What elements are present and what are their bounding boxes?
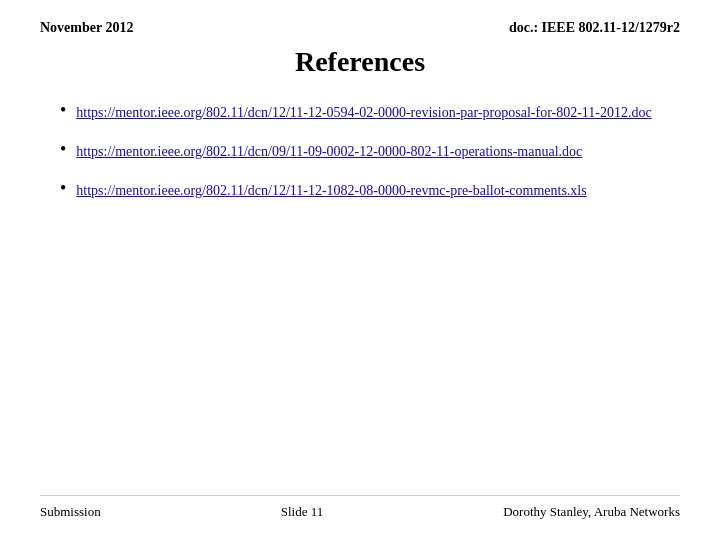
bullet-dot: •: [60, 139, 66, 160]
page-title: References: [40, 46, 680, 78]
list-item: • https://mentor.ieee.org/802.11/dcn/09/…: [60, 141, 680, 162]
bullet-dot: •: [60, 100, 66, 121]
slide: November 2012 doc.: IEEE 802.11-12/1279r…: [0, 0, 720, 540]
list-item: • https://mentor.ieee.org/802.11/dcn/12/…: [60, 180, 680, 201]
header: November 2012 doc.: IEEE 802.11-12/1279r…: [40, 20, 680, 36]
reference-link-3[interactable]: https://mentor.ieee.org/802.11/dcn/12/11…: [76, 180, 586, 201]
bullet-list: • https://mentor.ieee.org/802.11/dcn/12/…: [60, 102, 680, 201]
header-doc: doc.: IEEE 802.11-12/1279r2: [509, 20, 680, 36]
reference-link-1[interactable]: https://mentor.ieee.org/802.11/dcn/12/11…: [76, 102, 651, 123]
list-item: • https://mentor.ieee.org/802.11/dcn/12/…: [60, 102, 680, 123]
reference-link-2[interactable]: https://mentor.ieee.org/802.11/dcn/09/11…: [76, 141, 582, 162]
footer-author: Dorothy Stanley, Aruba Networks: [503, 504, 680, 520]
footer-submission: Submission: [40, 504, 101, 520]
header-date: November 2012: [40, 20, 133, 36]
references-content: • https://mentor.ieee.org/802.11/dcn/12/…: [40, 102, 680, 201]
footer-slide-number: Slide 11: [281, 504, 324, 520]
bullet-dot: •: [60, 178, 66, 199]
footer: Submission Slide 11 Dorothy Stanley, Aru…: [40, 495, 680, 520]
